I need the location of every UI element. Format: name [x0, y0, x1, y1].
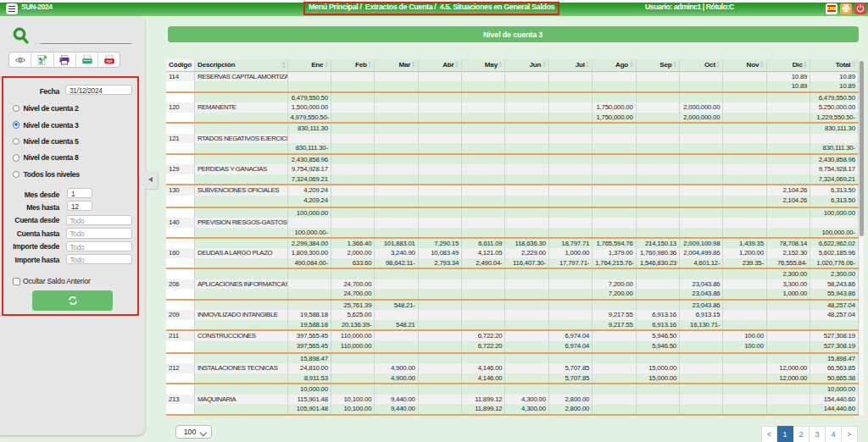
- svg-text:PDF: PDF: [107, 59, 114, 63]
